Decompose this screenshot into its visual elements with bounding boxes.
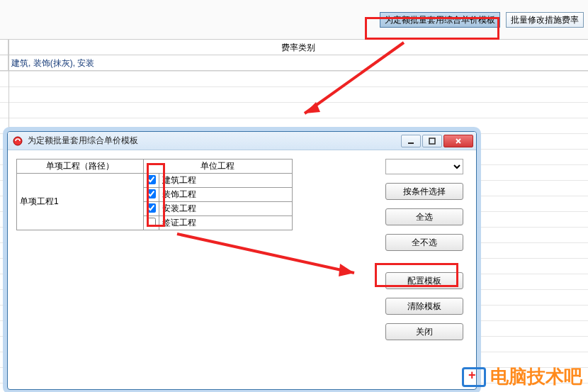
apply-template-dialog: 为定额批量套用综合单价模板 单项工程（路径） 单位工程 单项工程1 [7, 131, 477, 390]
col-header-project-path: 单项工程（路径） [17, 159, 144, 174]
project-path-cell[interactable]: 单项工程1 [17, 174, 144, 230]
config-template-button[interactable]: 配置模板 [385, 272, 463, 289]
apply-template-button[interactable]: 为定额批量套用综合单价模板 [380, 12, 500, 28]
grid-data-row[interactable]: 建筑, 装饰(抹灰), 安装 [0, 55, 588, 71]
close-window-button[interactable] [443, 135, 473, 147]
filter-select[interactable] [385, 159, 463, 174]
unit-checkbox-2[interactable] [147, 203, 156, 213]
maximize-button[interactable] [422, 135, 442, 147]
dialog-button-column: 按条件选择 全选 全不选 配置模板 清除模板 关闭 [385, 159, 463, 340]
dialog-title: 为定额批量套用综合单价模板 [28, 135, 397, 147]
watermark: 电脑技术吧 [462, 364, 582, 389]
grid-header-row: 费率类别 [0, 40, 588, 55]
background-toolbar: 为定额批量套用综合单价模板 批量修改措施费率 [0, 0, 588, 40]
select-by-condition-button[interactable]: 按条件选择 [385, 183, 463, 200]
watermark-text: 电脑技术吧 [490, 364, 582, 389]
dialog-titlebar[interactable]: 为定额批量套用综合单价模板 [8, 132, 476, 150]
minimize-button[interactable] [401, 135, 421, 147]
svg-rect-1 [408, 142, 414, 144]
unit-checkbox-0[interactable] [147, 175, 156, 184]
col-header-rate-type: 费率类别 [9, 40, 588, 55]
unit-label-1[interactable]: 装饰工程 [159, 188, 292, 202]
clear-template-button[interactable]: 清除模板 [385, 298, 463, 315]
close-dialog-button[interactable]: 关闭 [385, 323, 463, 340]
select-none-button[interactable]: 全不选 [385, 234, 463, 251]
modify-rate-button[interactable]: 批量修改措施费率 [506, 12, 584, 28]
watermark-logo-icon [462, 367, 486, 387]
unit-label-2[interactable]: 安装工程 [159, 202, 292, 216]
svg-rect-2 [429, 138, 435, 144]
grid-cell-value: 建筑, 装饰(抹灰), 安装 [9, 55, 588, 70]
unit-checkbox-1[interactable] [147, 189, 156, 198]
svg-point-0 [13, 137, 22, 145]
unit-label-0[interactable]: 建筑工程 [159, 174, 292, 188]
col-header-unit-project: 单位工程 [143, 159, 292, 174]
unit-label-3[interactable]: 签证工程 [159, 216, 292, 230]
project-table: 单项工程（路径） 单位工程 单项工程1 建筑工程 装饰工程 安装工程 [16, 159, 293, 230]
unit-checkbox-3[interactable] [147, 218, 156, 227]
app-icon [12, 135, 23, 147]
select-all-button[interactable]: 全选 [385, 208, 463, 225]
